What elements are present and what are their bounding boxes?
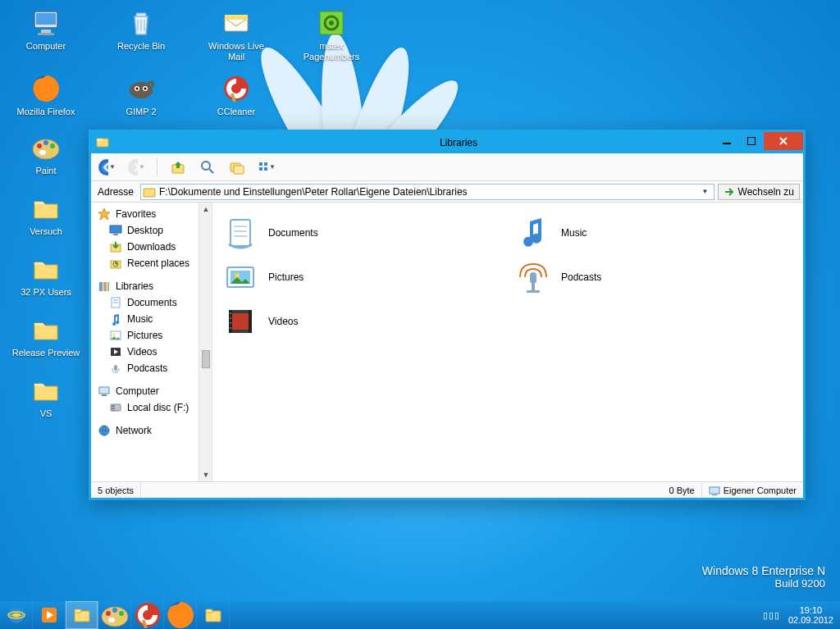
- svg-rect-41: [110, 226, 121, 233]
- svg-rect-26: [723, 143, 731, 144]
- toolbar: ▼ ▼ ▼: [91, 153, 803, 181]
- sidebar-favorites[interactable]: Favorites: [91, 206, 199, 222]
- sidebar-item-local-disc[interactable]: Local disc (F:): [91, 399, 199, 416]
- sidebar-item-downloads[interactable]: Downloads: [91, 239, 199, 255]
- clock[interactable]: 19:10 02.09.2012: [788, 605, 833, 625]
- sidebar-network[interactable]: Network: [91, 422, 199, 439]
- svg-rect-2: [41, 30, 51, 33]
- videos-icon: [221, 302, 260, 341]
- window-title: Libraries: [114, 137, 803, 148]
- taskbar-firefox[interactable]: [164, 601, 197, 629]
- desktop-icon-recycle-bin[interactable]: Recycle Bin: [105, 7, 177, 59]
- sidebar-item-pictures[interactable]: Pictures: [91, 327, 199, 344]
- scroll-down-icon[interactable]: ▼: [199, 468, 212, 481]
- address-dropdown[interactable]: ▼: [699, 188, 712, 195]
- folder-icon: [30, 313, 62, 346]
- taskbar-explorer[interactable]: [197, 601, 230, 629]
- svg-rect-87: [75, 609, 81, 613]
- desktop-icon-release-preview[interactable]: Release Preview: [10, 313, 82, 366]
- close-button[interactable]: [764, 132, 803, 150]
- docs-icon: [109, 296, 122, 309]
- desktop-icon-paint[interactable]: Paint: [10, 131, 82, 184]
- svg-rect-36: [259, 162, 262, 166]
- sidebar-item-podcasts[interactable]: Podcasts: [91, 360, 199, 376]
- up-folder-button[interactable]: [169, 158, 187, 176]
- desktop-icon-mozilla-firefox[interactable]: Mozilla Firefox: [10, 72, 82, 125]
- search-button[interactable]: [199, 158, 217, 176]
- taskbar-explorer[interactable]: [66, 601, 98, 629]
- desktop-icon-mstex-pagenumbers[interactable]: mstex Pagenumbers: [295, 7, 368, 59]
- sidebar-scrollbar[interactable]: ▲ ▼: [199, 203, 212, 481]
- library-item-music[interactable]: Music: [512, 212, 797, 253]
- scroll-up-icon[interactable]: ▲: [199, 203, 212, 216]
- podcasts-icon: [514, 258, 553, 297]
- desktop-icon-vs[interactable]: VS: [10, 374, 82, 426]
- desktop-icon-32-px-users[interactable]: 32 PX Users: [10, 253, 82, 305]
- svg-point-20: [43, 140, 48, 145]
- ccleaner-icon: [131, 599, 164, 629]
- go-button[interactable]: Wechseln zu: [718, 184, 800, 200]
- svg-rect-70: [530, 272, 536, 284]
- library-item-videos[interactable]: Videos: [219, 301, 504, 342]
- svg-rect-63: [231, 220, 250, 246]
- svg-point-93: [108, 618, 115, 622]
- svg-point-32: [202, 162, 210, 170]
- desktop-icon-gimp-2[interactable]: GIMP 2: [105, 72, 177, 125]
- sidebar-item-documents[interactable]: Documents: [91, 294, 199, 311]
- content-pane[interactable]: Documents Music Pictures Podcasts Videos: [212, 203, 803, 481]
- folders-button[interactable]: [228, 158, 246, 176]
- taskbar-ie[interactable]: [0, 601, 33, 629]
- address-box[interactable]: ▼: [140, 184, 714, 200]
- taskbar-media[interactable]: [33, 601, 66, 629]
- pics-icon: [109, 329, 122, 342]
- svg-rect-6: [225, 15, 248, 20]
- system-tray[interactable]: ▯▯▯ 19:10 02.09.2012: [756, 601, 840, 629]
- desktop-icon-ccleaner[interactable]: CCleaner: [200, 72, 272, 125]
- sidebar-item-desktop[interactable]: Desktop: [91, 222, 199, 239]
- tray-icons[interactable]: ▯▯▯: [763, 610, 780, 621]
- sidebar-libraries[interactable]: Libraries: [91, 278, 199, 294]
- svg-point-9: [329, 21, 334, 25]
- scroll-grip[interactable]: [202, 350, 210, 368]
- maximize-button[interactable]: [739, 132, 764, 150]
- library-item-pictures[interactable]: Pictures: [219, 257, 504, 298]
- sidebar-item-music[interactable]: Music: [91, 311, 199, 327]
- svg-rect-46: [99, 282, 103, 291]
- desktop-left-column: Paint Versuch 32 PX Users Release Previe…: [10, 131, 82, 426]
- sidebar-item-recent-places[interactable]: Recent places: [91, 255, 199, 271]
- folder-icon: [30, 253, 62, 285]
- view-button[interactable]: ▼: [258, 158, 276, 176]
- folder-icon: [30, 374, 62, 407]
- divider: [157, 158, 158, 176]
- desktop-icon: [109, 224, 122, 237]
- minimize-button[interactable]: [714, 132, 739, 150]
- vids-icon: [109, 345, 122, 358]
- desktop-icon-windows-live-mail[interactable]: Windows Live Mail: [200, 7, 272, 59]
- svg-rect-57: [102, 394, 107, 396]
- taskbar-paint[interactable]: [98, 601, 131, 629]
- titlebar[interactable]: Libraries: [91, 132, 803, 153]
- address-label: Adresse: [94, 186, 137, 198]
- address-input[interactable]: [159, 186, 696, 198]
- desktop-icon-versuch[interactable]: Versuch: [10, 192, 82, 244]
- chevron-down-icon: ▼: [139, 163, 145, 171]
- taskbar-ccleaner[interactable]: [131, 601, 164, 629]
- svg-rect-71: [532, 284, 535, 290]
- sidebar-computer[interactable]: Computer: [91, 383, 199, 399]
- sidebar: Favorites DesktopDownloadsRecent places …: [91, 203, 199, 481]
- sidebar-item-videos[interactable]: Videos: [91, 344, 199, 360]
- back-button[interactable]: ▼: [98, 158, 116, 176]
- library-item-podcasts[interactable]: Podcasts: [512, 257, 797, 298]
- library-item-documents[interactable]: Documents: [219, 212, 504, 253]
- svg-point-15: [144, 88, 147, 90]
- media-icon: [39, 605, 59, 625]
- folder-icon: [30, 192, 62, 225]
- desktop-icon-computer[interactable]: Computer: [10, 7, 82, 59]
- svg-point-90: [112, 608, 117, 613]
- downloads-icon: [109, 240, 122, 253]
- libraries-icon: [98, 280, 111, 293]
- svg-rect-81: [710, 487, 719, 494]
- computer-icon: [30, 7, 62, 39]
- svg-rect-60: [112, 408, 115, 409]
- explorer-icon: [203, 605, 223, 625]
